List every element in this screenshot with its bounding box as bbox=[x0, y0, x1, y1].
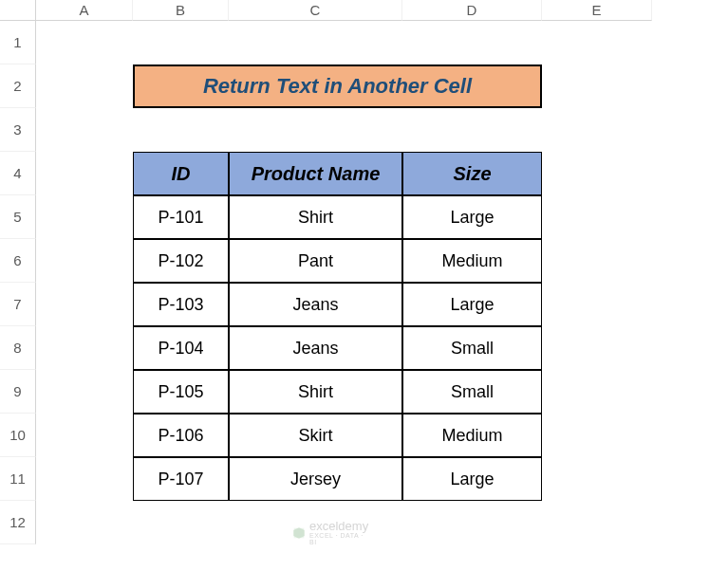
column-header-C[interactable]: C bbox=[229, 0, 402, 21]
table-header-1[interactable]: Product Name bbox=[229, 152, 402, 195]
column-header-E[interactable]: E bbox=[542, 0, 652, 21]
table-cell-r6-c2[interactable]: Large bbox=[402, 457, 542, 501]
row-header-5[interactable]: 5 bbox=[0, 195, 36, 239]
table-cell-r4-c1[interactable]: Shirt bbox=[229, 370, 402, 414]
row-header-11[interactable]: 11 bbox=[0, 457, 36, 501]
spreadsheet-grid: ABCDE 123456789101112 Return Text in Ano… bbox=[0, 0, 728, 571]
table-cell-r0-c1[interactable]: Shirt bbox=[229, 195, 402, 239]
row-header-6[interactable]: 6 bbox=[0, 239, 36, 283]
watermark: exceldemy EXCEL · DATA · BI bbox=[292, 520, 368, 545]
table-cell-r4-c2[interactable]: Small bbox=[402, 370, 542, 414]
title-text: Return Text in Another Cell bbox=[203, 74, 472, 99]
row-header-4[interactable]: 4 bbox=[0, 152, 36, 195]
table-cell-r3-c1[interactable]: Jeans bbox=[229, 326, 402, 370]
row-header-12[interactable]: 12 bbox=[0, 501, 36, 544]
table-cell-r2-c1[interactable]: Jeans bbox=[229, 283, 402, 326]
column-header-B[interactable]: B bbox=[133, 0, 229, 21]
table-cell-r6-c0[interactable]: P-107 bbox=[133, 457, 229, 501]
row-header-1[interactable]: 1 bbox=[0, 21, 36, 64]
table-cell-r6-c1[interactable]: Jersey bbox=[229, 457, 402, 501]
row-header-2[interactable]: 2 bbox=[0, 64, 36, 108]
column-headers: ABCDE bbox=[36, 0, 652, 21]
watermark-icon bbox=[292, 526, 306, 540]
table-cell-r2-c2[interactable]: Large bbox=[402, 283, 542, 326]
row-headers: 123456789101112 bbox=[0, 21, 36, 544]
table-cell-r5-c0[interactable]: P-106 bbox=[133, 414, 229, 457]
select-all-corner[interactable] bbox=[0, 0, 36, 21]
table-cell-r3-c2[interactable]: Small bbox=[402, 326, 542, 370]
table-cell-r0-c2[interactable]: Large bbox=[402, 195, 542, 239]
column-header-A[interactable]: A bbox=[36, 0, 133, 21]
table-cell-r1-c0[interactable]: P-102 bbox=[133, 239, 229, 283]
table-cell-r3-c0[interactable]: P-104 bbox=[133, 326, 229, 370]
table-header-0[interactable]: ID bbox=[133, 152, 229, 195]
table-header-2[interactable]: Size bbox=[402, 152, 542, 195]
row-header-8[interactable]: 8 bbox=[0, 326, 36, 370]
table-cell-r2-c0[interactable]: P-103 bbox=[133, 283, 229, 326]
table-cell-r5-c1[interactable]: Skirt bbox=[229, 414, 402, 457]
column-header-D[interactable]: D bbox=[402, 0, 542, 21]
watermark-main: exceldemy bbox=[309, 520, 368, 532]
table-cell-r1-c1[interactable]: Pant bbox=[229, 239, 402, 283]
table-cell-r0-c0[interactable]: P-101 bbox=[133, 195, 229, 239]
table-cell-r4-c0[interactable]: P-105 bbox=[133, 370, 229, 414]
row-header-3[interactable]: 3 bbox=[0, 108, 36, 152]
title-cell[interactable]: Return Text in Another Cell bbox=[133, 64, 542, 108]
table-cell-r1-c2[interactable]: Medium bbox=[402, 239, 542, 283]
row-header-9[interactable]: 9 bbox=[0, 370, 36, 414]
row-header-10[interactable]: 10 bbox=[0, 414, 36, 457]
row-header-7[interactable]: 7 bbox=[0, 283, 36, 326]
table-cell-r5-c2[interactable]: Medium bbox=[402, 414, 542, 457]
watermark-sub: EXCEL · DATA · BI bbox=[309, 532, 368, 545]
